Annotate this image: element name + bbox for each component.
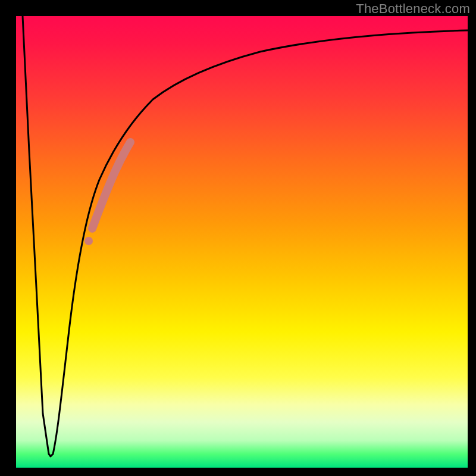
chart-frame: TheBottleneck.com	[0, 0, 476, 476]
curve-left-branch	[23, 16, 53, 456]
chart-svg	[16, 16, 468, 468]
highlight-dot	[84, 237, 93, 245]
watermark-text: TheBottleneck.com	[356, 1, 470, 17]
chart-plot-area	[16, 16, 468, 468]
curve-right-branch	[53, 30, 468, 454]
